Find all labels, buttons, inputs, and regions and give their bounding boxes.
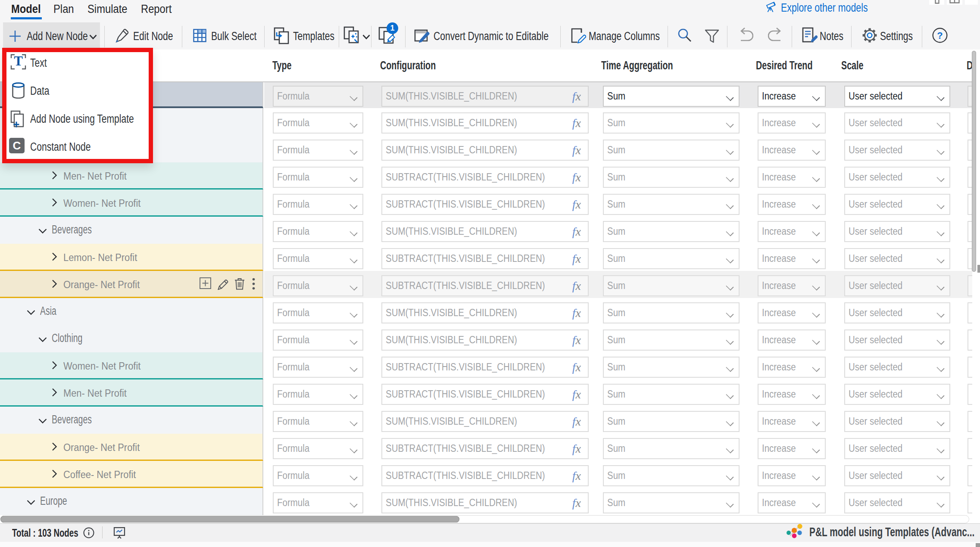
svg-text:?: ? bbox=[937, 30, 943, 41]
svg-text:C: C bbox=[13, 139, 21, 152]
svg-text:T: T bbox=[14, 54, 23, 68]
